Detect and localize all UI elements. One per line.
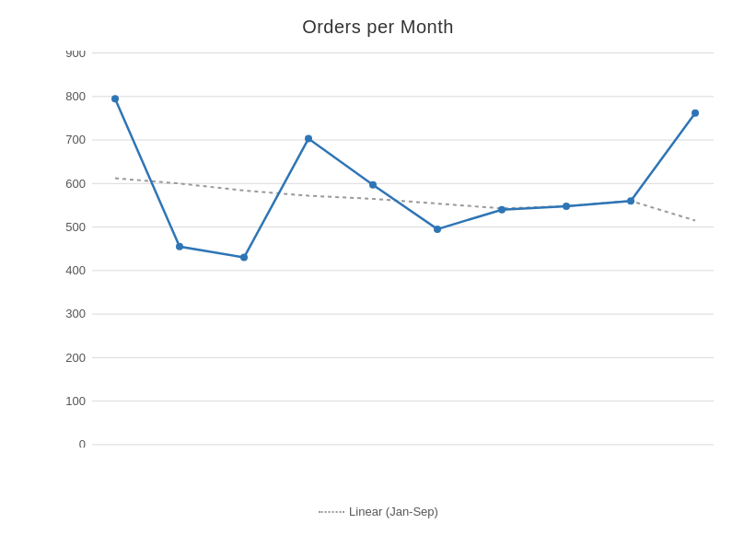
point-mar xyxy=(240,254,248,262)
y-label-100: 100 xyxy=(65,394,86,408)
y-label-500: 500 xyxy=(65,220,86,234)
y-label-600: 600 xyxy=(65,177,86,191)
main-series xyxy=(115,99,695,257)
point-apr xyxy=(305,135,312,143)
point-sep xyxy=(627,197,634,204)
y-label-300: 300 xyxy=(65,307,86,320)
legend-trendline-label: Linear (Jan-Sep) xyxy=(349,505,438,518)
chart-legend: Linear (Jan-Sep) xyxy=(318,505,438,518)
point-feb xyxy=(176,243,183,250)
point-jan xyxy=(111,95,119,102)
point-may xyxy=(369,181,377,189)
legend-trendline-icon xyxy=(318,511,343,513)
point-oct xyxy=(692,110,699,117)
chart-container: Orders per Month 900 800 700 600 500 400… xyxy=(0,0,756,535)
point-jul xyxy=(498,206,506,214)
trendline-series xyxy=(115,179,695,221)
y-label-200: 200 xyxy=(65,351,86,365)
point-aug xyxy=(563,203,570,210)
y-label-400: 400 xyxy=(65,263,86,277)
y-label-800: 800 xyxy=(65,89,86,103)
y-label-0: 0 xyxy=(79,437,86,448)
y-label-900: 900 xyxy=(65,51,86,60)
point-jun xyxy=(434,226,441,233)
y-label-700: 700 xyxy=(65,133,86,146)
chart-title: Orders per Month xyxy=(0,0,756,38)
chart-svg: 900 800 700 600 500 400 300 200 100 0 Ja… xyxy=(51,51,728,448)
